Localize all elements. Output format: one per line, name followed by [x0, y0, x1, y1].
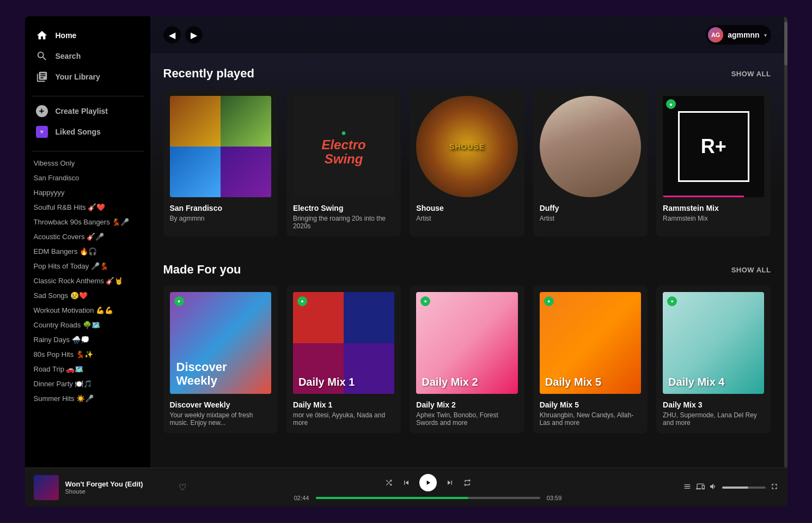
- player-track-art: [34, 475, 59, 500]
- home-icon: [36, 29, 48, 41]
- play-pause-button[interactable]: [419, 474, 437, 491]
- player-bar: Won't Forget You (Edit) Shouse ♡: [25, 467, 787, 507]
- daily-mix-5-label: Daily Mix 5: [545, 376, 601, 388]
- list-item[interactable]: 80s Pop Hits 💃✨: [32, 347, 144, 362]
- card-subtitle: Bringing the roaring 20s into the 2020s: [293, 215, 394, 230]
- list-item[interactable]: Soulful R&B Hits 🎸❤️: [32, 200, 144, 215]
- card-daily-mix-5[interactable]: ● Daily Mix 5 Daily Mix 5 Khruangbin, Ne…: [533, 285, 648, 433]
- create-playlist-button[interactable]: + Create Playlist: [29, 101, 146, 121]
- progress-track[interactable]: [316, 497, 540, 499]
- previous-button[interactable]: [402, 478, 411, 487]
- card-title: Electro Swing: [293, 204, 394, 212]
- rammstein-art: [663, 96, 764, 197]
- card-title: Daily Mix 2: [416, 400, 517, 409]
- like-button[interactable]: ♡: [179, 482, 186, 492]
- scrollbar[interactable]: [784, 16, 787, 467]
- list-item[interactable]: EDM Bangers 🔥🎧: [32, 244, 144, 259]
- sidebar-item-library[interactable]: Your Library: [29, 66, 146, 87]
- card-image-daily-mix-5: ● Daily Mix 5: [540, 292, 641, 393]
- list-item[interactable]: Summer Hits ☀️🎤: [32, 391, 144, 406]
- scrollbar-thumb[interactable]: [784, 22, 787, 65]
- card-image-discover-weekly: ● DiscoverWeekly: [170, 292, 271, 393]
- repeat-button[interactable]: [463, 478, 472, 487]
- shuffle-button[interactable]: [384, 478, 393, 487]
- user-menu[interactable]: AG agmmnn ▾: [706, 25, 771, 45]
- card-title: Shouse: [416, 204, 517, 212]
- card-image-daily-mix-1: ● Daily Mix 1: [293, 292, 394, 393]
- show-all-recently-played[interactable]: Show all: [731, 70, 771, 78]
- list-item[interactable]: Pop Hits of Today 🎤💃: [32, 259, 144, 273]
- list-item[interactable]: Happyyyy: [32, 185, 144, 200]
- forward-button[interactable]: ▶: [185, 26, 203, 44]
- list-item[interactable]: San Frandisco: [32, 171, 144, 185]
- list-item[interactable]: Country Roads 🌳🗺️: [32, 318, 144, 332]
- card-san-frandisco[interactable]: San Frandisco By agmmnn: [163, 89, 278, 236]
- sidebar-actions: + Create Playlist ♥ Liked Songs: [25, 101, 150, 147]
- back-button[interactable]: ◀: [163, 26, 181, 44]
- player-left: Won't Forget You (Edit) Shouse ♡: [34, 475, 186, 500]
- list-item[interactable]: Acoustic Covers 🎸🎤: [32, 229, 144, 244]
- next-button[interactable]: [445, 478, 454, 487]
- card-image-daily-mix-2: ● Daily Mix 2: [416, 292, 517, 393]
- player-track-info: Won't Forget You (Edit) Shouse: [65, 480, 172, 495]
- card-subtitle: By agmmnn: [170, 215, 271, 222]
- list-item[interactable]: Sad Songs 😢❤️: [32, 288, 144, 303]
- library-icon: [36, 71, 48, 83]
- discover-art: ● DiscoverWeekly: [170, 292, 271, 393]
- fullscreen-button[interactable]: [770, 482, 779, 492]
- card-daily-mix-2[interactable]: ● Daily Mix 2 Daily Mix 2 Aphex Twin, Bo…: [410, 285, 524, 433]
- device-button[interactable]: [696, 482, 705, 492]
- card-image-daily-mix-3: ● Daily Mix 4: [663, 292, 764, 393]
- list-item[interactable]: Road Trip 🚗🗺️: [32, 362, 144, 376]
- liked-songs-button[interactable]: ♥ Liked Songs: [29, 121, 146, 142]
- show-all-made-for-you[interactable]: Show all: [731, 266, 771, 274]
- recently-played-header: Recently played Show all: [163, 66, 771, 81]
- card-electro-swing[interactable]: ● ElectroSwing Electro Swing Bringing th…: [286, 89, 401, 236]
- forward-icon: ▶: [191, 30, 197, 40]
- main-layout: Home Search: [25, 16, 787, 467]
- card-duffy[interactable]: Duffy Artist: [533, 89, 648, 236]
- sidebar-item-label: Home: [56, 31, 77, 40]
- recently-played-section: Recently played Show all San Frandisco B…: [150, 53, 784, 236]
- player-track-name: Won't Forget You (Edit): [65, 480, 172, 488]
- card-image-duffy: [540, 96, 641, 197]
- avatar: AG: [708, 27, 723, 42]
- rammstein-logo: [678, 111, 749, 182]
- list-item[interactable]: Dinner Party 🍽️🎵: [32, 376, 144, 391]
- player-controls: [384, 474, 472, 491]
- current-time: 02:44: [292, 495, 312, 501]
- card-daily-mix-1[interactable]: ● Daily Mix 1 Daily Mix 1 mor ve ötesi, …: [286, 285, 401, 433]
- spotify-badge-mix5: ●: [544, 296, 554, 306]
- made-for-you-header: Made For you Show all: [163, 263, 771, 277]
- plus-icon: +: [36, 105, 48, 117]
- made-for-you-grid: ● DiscoverWeekly Discover Weekly Your we…: [163, 285, 771, 433]
- queue-button[interactable]: [683, 482, 692, 492]
- volume-bar[interactable]: [722, 486, 766, 489]
- sidebar-item-home[interactable]: Home: [29, 25, 146, 46]
- sidebar-item-label: Search: [56, 52, 81, 60]
- sidebar-divider-2: [32, 151, 144, 151]
- card-title: Rammstein Mix: [663, 204, 764, 212]
- progress-fill: [316, 497, 468, 499]
- list-item[interactable]: Vibesss Only: [32, 156, 144, 171]
- list-item[interactable]: Workout Motivation 💪💪: [32, 303, 144, 318]
- list-item[interactable]: Rainy Days 🌧️💭: [32, 332, 144, 347]
- card-shouse[interactable]: SHOUSE Shouse Artist: [410, 89, 524, 236]
- card-discover-weekly[interactable]: ● DiscoverWeekly Discover Weekly Your we…: [163, 285, 278, 433]
- volume-button[interactable]: [709, 482, 718, 492]
- sidebar-navigation: Home Search: [25, 16, 150, 92]
- card-daily-mix-3[interactable]: ● Daily Mix 4 Daily Mix 3 ZHU, Supermode…: [656, 285, 771, 433]
- made-for-you-title: Made For you: [163, 263, 241, 277]
- top-bar: ◀ ▶ AG agmmnn ▾: [150, 16, 784, 53]
- liked-songs-label: Liked Songs: [56, 127, 101, 136]
- card-subtitle: ZHU, Supermode, Lana Del Rey and more: [663, 411, 764, 427]
- card-rammstein[interactable]: ● Rammstein Mix Rammstein Mix: [656, 89, 771, 236]
- sidebar-item-search[interactable]: Search: [29, 46, 146, 66]
- card-subtitle: Aphex Twin, Bonobo, Forest Swords and mo…: [416, 411, 517, 427]
- daily-mix-3-label: Daily Mix 4: [668, 376, 724, 388]
- card-image-electro-swing: ● ElectroSwing: [293, 96, 394, 197]
- card-image-shouse: SHOUSE: [416, 96, 517, 197]
- list-item[interactable]: Throwback 90s Bangers 💃🎤: [32, 215, 144, 229]
- electro-swing-art-text: ● ElectroSwing: [293, 96, 394, 197]
- list-item[interactable]: Classic Rock Anthems 🎸🤘: [32, 273, 144, 288]
